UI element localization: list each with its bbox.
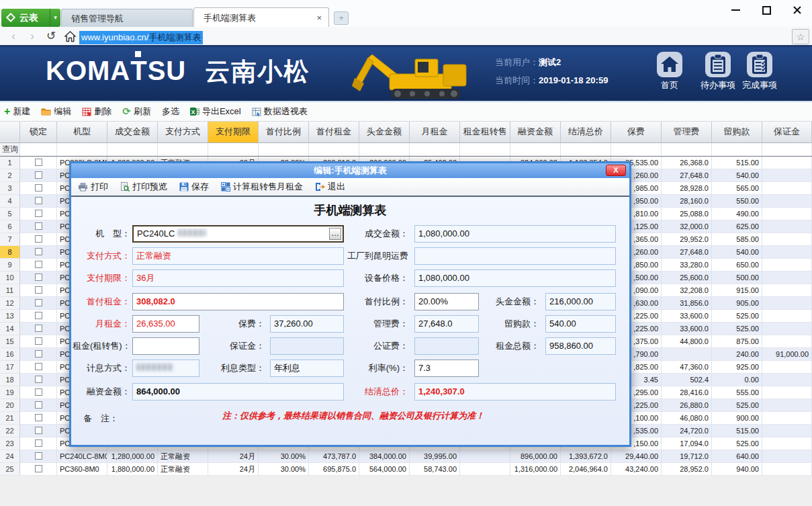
- row-checkbox[interactable]: [35, 350, 42, 357]
- col-header-deal-amount[interactable]: 成交金额: [107, 122, 158, 143]
- row-checkbox[interactable]: [35, 414, 42, 421]
- interest-mode-field[interactable]: [132, 360, 199, 377]
- row-checkbox[interactable]: [35, 452, 42, 460]
- close-button[interactable]: [786, 3, 809, 17]
- head-amount-field[interactable]: 216,000.00: [545, 293, 616, 310]
- row-checkbox[interactable]: [35, 427, 42, 434]
- month-rent-field[interactable]: 26,635.00: [132, 315, 199, 333]
- row-checkbox[interactable]: [35, 184, 42, 192]
- interest-type-field[interactable]: 年利息: [270, 360, 344, 377]
- combo-expand-button[interactable]: …: [329, 228, 341, 240]
- tab-close-icon[interactable]: ×: [316, 8, 322, 28]
- down-rent-field[interactable]: 308,082.0: [132, 293, 344, 310]
- freight-field[interactable]: [414, 247, 616, 265]
- new-button[interactable]: +新建: [4, 106, 30, 118]
- dialog-titlebar[interactable]: 编辑:手机端测算表 X: [71, 163, 629, 178]
- filter-cell[interactable]: [410, 143, 460, 156]
- row-checkbox[interactable]: [35, 325, 42, 332]
- finance-amount-field[interactable]: 864,000.00: [132, 383, 344, 400]
- row-checkbox[interactable]: [35, 235, 42, 243]
- table-row[interactable]: 25PC360-8M01,880,000.00正常融资24月30.00%695,…: [0, 463, 812, 476]
- table-row[interactable]: 24PC240LC-8M01,280,000.00正常融资24月30.00%47…: [0, 450, 812, 463]
- row-checkbox[interactable]: [35, 159, 42, 166]
- row-checkbox[interactable]: [35, 312, 42, 319]
- notary-field[interactable]: [414, 337, 479, 355]
- forward-button[interactable]: ›: [24, 29, 40, 44]
- col-header-rent-resale[interactable]: 租金租转售: [460, 122, 510, 143]
- col-header-mgmt-fee[interactable]: 管理费: [662, 122, 712, 143]
- col-header-head-amount[interactable]: 头金金额: [359, 122, 410, 143]
- row-checkbox[interactable]: [35, 197, 42, 204]
- filter-cell[interactable]: [158, 143, 208, 156]
- row-checkbox[interactable]: [35, 171, 42, 179]
- deal-amount-field[interactable]: 1,080,000.00: [414, 225, 616, 243]
- pay-term-field[interactable]: 36月: [132, 269, 344, 287]
- maximize-button[interactable]: [755, 3, 778, 17]
- multiselect-button[interactable]: 多选: [162, 106, 179, 118]
- nav-done-button[interactable]: 完成事项: [737, 51, 782, 91]
- filter-cell[interactable]: [57, 143, 107, 156]
- filter-cell[interactable]: [20, 143, 57, 156]
- col-header-pay-term[interactable]: 支付期限: [208, 122, 259, 143]
- row-checkbox[interactable]: [35, 222, 42, 230]
- row-checkbox[interactable]: [35, 299, 42, 306]
- export-excel-button[interactable]: X 导出Excel: [190, 106, 241, 118]
- delete-button[interactable]: 删除: [82, 106, 111, 118]
- col-header-deposit[interactable]: 保证金: [762, 122, 812, 143]
- col-header-month-rent[interactable]: 月租金: [410, 122, 460, 143]
- exit-button[interactable]: 退出: [315, 181, 345, 193]
- pivot-table-button[interactable]: 数据透视表: [252, 106, 308, 118]
- filter-cell[interactable]: [208, 143, 259, 156]
- filter-cell[interactable]: [107, 143, 158, 156]
- row-checkbox[interactable]: [35, 248, 42, 255]
- nav-home-button[interactable]: 首页: [647, 51, 692, 91]
- col-header-pay-method[interactable]: 支付方式: [158, 122, 208, 143]
- device-price-field[interactable]: 1,080,000.00: [414, 269, 616, 287]
- row-checkbox[interactable]: [35, 363, 42, 370]
- edit-button[interactable]: 编辑: [41, 106, 71, 118]
- filter-cell[interactable]: [561, 143, 611, 156]
- print-preview-button[interactable]: 打印预览: [120, 181, 167, 193]
- back-button[interactable]: ‹: [5, 29, 21, 44]
- filter-cell[interactable]: [662, 143, 712, 156]
- row-checkbox[interactable]: [35, 273, 42, 281]
- filter-cell[interactable]: [611, 143, 662, 156]
- pay-method-field[interactable]: 正常融资: [132, 247, 344, 265]
- filter-cell[interactable]: [309, 143, 359, 156]
- row-checkbox[interactable]: [35, 286, 42, 294]
- col-header-lock[interactable]: 锁定: [20, 122, 57, 143]
- dialog-close-button[interactable]: X: [606, 165, 626, 176]
- nav-todo-button[interactable]: 待办事项: [696, 51, 740, 91]
- rent-total-field[interactable]: 958,860.00: [545, 337, 616, 355]
- url-input[interactable]: www.iyunbiao.cn/手机端测算表: [79, 31, 203, 44]
- filter-cell[interactable]: [259, 143, 309, 156]
- refresh-button[interactable]: ⟳刷新: [122, 106, 151, 118]
- print-button[interactable]: 打印: [78, 181, 108, 193]
- mgmt-fee-field[interactable]: 27,648.0: [414, 315, 479, 333]
- rent-resale-field[interactable]: [132, 337, 199, 355]
- row-checkbox[interactable]: [35, 465, 42, 472]
- col-header-down-ratio[interactable]: 首付比例: [259, 122, 309, 143]
- col-header-settle-total[interactable]: 结清总价: [561, 122, 611, 143]
- model-combobox[interactable]: PC240LC …: [132, 225, 344, 243]
- filter-cell[interactable]: [359, 143, 410, 156]
- row-checkbox[interactable]: [35, 337, 42, 345]
- row-checkbox[interactable]: [35, 210, 42, 217]
- minimize-button[interactable]: [724, 3, 747, 17]
- tab-sales-nav[interactable]: 销售管理导航: [61, 9, 193, 27]
- col-header-insurance[interactable]: 保费: [611, 122, 662, 143]
- col-header-down-rent[interactable]: 首付租金: [309, 122, 359, 143]
- retain-field[interactable]: 540.00: [545, 315, 616, 333]
- col-header-model[interactable]: 机型: [57, 122, 107, 143]
- app-menu-button[interactable]: 云表 ▾: [1, 9, 60, 27]
- deposit-field[interactable]: [270, 337, 344, 355]
- filter-cell[interactable]: [762, 143, 812, 156]
- filter-cell[interactable]: [460, 143, 510, 156]
- save-button[interactable]: 保存: [179, 181, 209, 193]
- col-header-retain[interactable]: 留购款: [712, 122, 762, 143]
- bookmark-star-icon[interactable]: ☆: [792, 29, 809, 44]
- row-checkbox[interactable]: [35, 401, 42, 409]
- settle-total-field[interactable]: 1,240,307.0: [414, 383, 616, 400]
- filter-cell[interactable]: [510, 143, 561, 156]
- row-checkbox[interactable]: [35, 439, 42, 447]
